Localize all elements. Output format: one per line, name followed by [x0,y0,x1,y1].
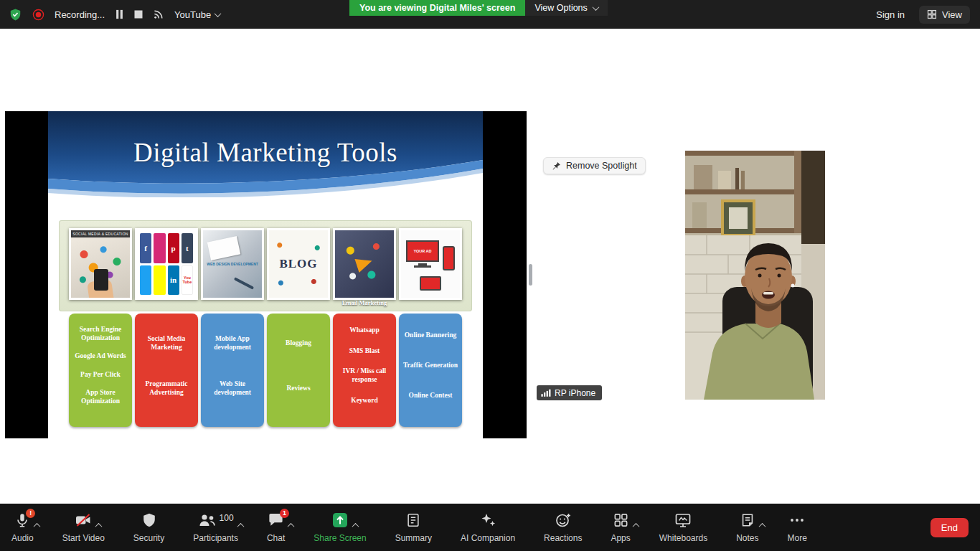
chat-options-chevron[interactable] [287,517,295,532]
email-marketing-label: Email Marketing [333,300,396,307]
column-item: Keyword [336,397,392,405]
linkedin-icon: in [168,265,179,296]
ai-sparkle-icon [479,512,496,532]
tumblr-icon: t [182,233,193,263]
tile-your-ad: YOUR AD [399,228,462,300]
tile-web-design: WEB DESIGN DEVELOPMENT [201,228,264,300]
smiley-reactions-icon [555,512,572,532]
pen-shape [234,277,254,290]
tablet-shape [420,276,441,291]
column-item: Programmatic Advertising [138,380,194,397]
slide-title: Digital Marketing Tools [48,137,483,168]
column-item: Online Contest [402,392,458,400]
phone-shape [443,246,455,270]
toolbar-reactions[interactable]: Reactions [544,504,582,551]
slide-columns-row: Search Engine Optimization Google Ad Wor… [69,314,462,427]
video-options-chevron[interactable] [95,517,103,532]
column-item: Google Ad Words [72,352,128,361]
toolbar-audio[interactable]: ! Audio [11,504,34,551]
share-screen-icon [331,512,349,532]
toolbar-whiteboards[interactable]: Whiteboards [659,504,707,551]
live-stream-icon [153,9,164,20]
remove-spotlight-button[interactable]: Remove Spotlight [543,157,646,174]
participants-count: 100 [220,513,234,523]
audio-options-chevron[interactable] [33,517,41,532]
your-ad-text: YOUR AD [413,249,431,253]
toolbar-apps[interactable]: Apps [611,504,630,551]
screen-share-banner-group: You are viewing Digital Miles' screen Vi… [349,0,608,16]
twitter-icon [140,265,151,296]
view-layout-button[interactable]: View [919,6,970,24]
snapchat-icon [154,265,165,296]
pause-recording-button[interactable] [115,9,124,19]
shared-screen-stage: Digital Marketing Tools SOCIAL MEDIA & E… [5,111,527,438]
column-item: Web Site development [204,380,260,397]
tile-social-media-education: SOCIAL MEDIA & EDUCATION [69,228,132,300]
recording-indicator-icon [32,9,44,21]
participants-options-chevron[interactable] [237,517,245,532]
participant-webcam-view [685,151,825,400]
top-bar-right: Sign in View [876,6,980,24]
megaphone-shape [354,254,374,273]
panel-resize-handle[interactable] [529,264,532,286]
toolbar-notes[interactable]: Notes [736,504,758,551]
chevron-down-icon [215,10,222,17]
sign-in-link[interactable]: Sign in [876,9,905,20]
toolbar-start-video[interactable]: Start Video [62,504,105,551]
apps-grid-icon [613,512,629,532]
toolbar-security[interactable]: Security [133,504,164,551]
participant-video-tile[interactable] [685,151,825,400]
share-options-chevron[interactable] [352,517,359,532]
end-meeting-button[interactable]: End [930,518,969,537]
tile-social-icons: f p t in You Tube [135,228,198,300]
stop-recording-button[interactable] [134,10,143,19]
participants-icon [198,512,217,532]
tile-blog: BLOG [267,228,330,300]
social-collage-art [71,237,130,298]
pinterest-icon: p [168,233,179,263]
column-item: Social Media Marketing [138,335,194,352]
paper-shape [207,236,240,260]
column-online: Online Bannering Traffic Generation Onli… [399,314,462,427]
column-social-media: Social Media Marketing Programmatic Adve… [135,314,198,427]
video-camera-off-icon [75,512,92,532]
column-item: Search Engine Optimization [72,326,128,343]
grid-view-icon [927,9,937,19]
security-shield-check-icon[interactable] [9,8,22,22]
notes-options-chevron[interactable] [758,517,766,532]
blog-text: BLOG [279,257,317,271]
column-item: IVR / Miss call response [336,367,392,385]
column-item: Pay Per Click [72,371,128,380]
column-item: Mobile App development [204,335,260,352]
pin-icon [552,161,561,171]
signal-bars-icon [541,389,551,397]
slide-tiles-row: SOCIAL MEDIA & EDUCATION f p t in You Tu… [69,228,462,300]
stream-service-dropdown[interactable]: YouTube [174,9,220,20]
toolbar-more[interactable]: More [788,504,807,551]
column-item: Traffic Generation [402,362,458,370]
toolbar-chat[interactable]: 1 Chat [267,504,285,551]
column-item: Online Bannering [402,331,458,340]
toolbar-participants[interactable]: 100 Participants [193,504,238,551]
view-options-dropdown[interactable]: View Options [525,0,607,16]
meeting-toolbar: ! Audio Start Video Security 100 [0,504,980,551]
facebook-icon: f [140,233,151,263]
viewing-screen-banner: You are viewing Digital Miles' screen [349,0,525,16]
column-item: SMS Blast [336,347,392,356]
top-bar-left: Recording... YouTube [0,8,220,22]
column-development: Mobile App development Web Site developm… [201,314,264,427]
web-design-text: WEB DESIGN DEVELOPMENT [203,262,262,266]
toolbar-share-screen[interactable]: Share Screen [314,504,366,551]
shield-icon [141,512,157,532]
notes-icon [740,512,755,532]
apps-options-chevron[interactable] [632,517,640,532]
toolbar-ai-companion[interactable]: AI Companion [461,504,515,551]
column-item: Blogging [270,339,326,348]
more-dots-icon [788,512,806,532]
tile-header-text: SOCIAL MEDIA & EDUCATION [71,230,130,237]
toolbar-summary[interactable]: Summary [395,504,432,551]
column-item: Reviews [270,385,326,393]
device-name: RP iPhone [555,388,595,398]
chevron-down-icon [592,4,599,11]
recording-label: Recording... [55,9,105,20]
